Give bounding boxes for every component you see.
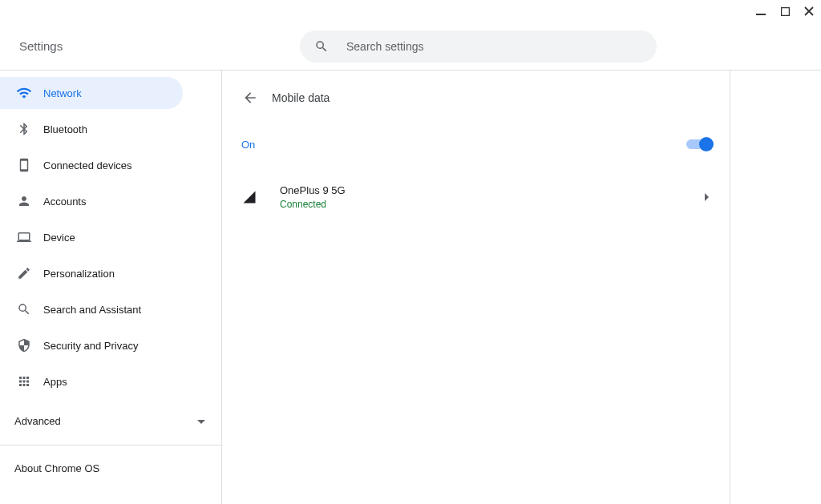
sidebar-item-connected-devices[interactable]: Connected devices <box>0 149 183 181</box>
bluetooth-icon <box>16 121 32 137</box>
sidebar-item-apps[interactable]: Apps <box>0 365 183 397</box>
sidebar-item-label: Personalization <box>43 268 115 280</box>
close-icon[interactable] <box>802 4 816 18</box>
sidebar-item-search-assistant[interactable]: Search and Assistant <box>0 293 183 325</box>
device-name: OnePlus 9 5G <box>280 184 704 196</box>
sidebar: Network Bluetooth Connected devices Acco… <box>0 71 222 504</box>
sidebar-item-label: Security and Privacy <box>43 340 139 352</box>
window-controls <box>0 0 821 22</box>
toggle-state-label: On <box>241 139 255 151</box>
main-layout: Network Bluetooth Connected devices Acco… <box>0 71 821 504</box>
laptop-icon <box>16 229 32 245</box>
sidebar-item-label: Accounts <box>43 196 86 208</box>
sidebar-advanced[interactable]: Advanced <box>0 401 221 440</box>
minimize-icon[interactable] <box>754 4 768 18</box>
wifi-icon <box>16 85 32 101</box>
sidebar-item-accounts[interactable]: Accounts <box>0 185 183 217</box>
sidebar-item-personalization[interactable]: Personalization <box>0 257 183 289</box>
about-label: About Chrome OS <box>14 462 99 474</box>
search-input[interactable] <box>346 40 642 53</box>
chevron-down-icon <box>197 415 205 427</box>
content-area: Mobile data On OnePlus 9 5G Connected <box>222 71 821 504</box>
person-icon <box>16 193 32 209</box>
advanced-label: Advanced <box>14 415 61 427</box>
svg-rect-0 <box>756 14 766 15</box>
shield-icon <box>16 337 32 353</box>
app-title: Settings <box>19 39 300 53</box>
mobile-data-toggle[interactable] <box>686 139 710 149</box>
chevron-right-icon <box>704 193 710 201</box>
mobile-data-toggle-row: On <box>222 130 730 159</box>
pencil-icon <box>16 265 32 281</box>
sidebar-item-network[interactable]: Network <box>0 77 183 109</box>
apps-icon <box>16 373 32 389</box>
network-device-row[interactable]: OnePlus 9 5G Connected <box>222 175 730 220</box>
device-text-block: OnePlus 9 5G Connected <box>280 184 704 210</box>
subpage-header: Mobile data <box>222 85 730 111</box>
search-icon <box>314 39 329 54</box>
sidebar-item-label: Network <box>43 87 82 99</box>
sidebar-item-label: Search and Assistant <box>43 304 141 316</box>
page-title: Mobile data <box>272 91 330 104</box>
sidebar-item-security[interactable]: Security and Privacy <box>0 329 183 361</box>
sidebar-item-label: Device <box>43 232 75 244</box>
phone-icon <box>16 157 32 173</box>
sidebar-divider <box>0 445 221 446</box>
back-arrow-icon[interactable] <box>241 89 259 107</box>
cellular-signal-icon <box>241 189 257 205</box>
svg-rect-1 <box>781 7 789 15</box>
sidebar-item-label: Connected devices <box>43 159 132 171</box>
sidebar-item-label: Apps <box>43 376 67 388</box>
sidebar-about[interactable]: About Chrome OS <box>0 450 221 486</box>
content-card: Mobile data On OnePlus 9 5G Connected <box>222 71 730 504</box>
sidebar-item-device[interactable]: Device <box>0 221 183 253</box>
sidebar-item-label: Bluetooth <box>43 123 87 135</box>
maximize-icon[interactable] <box>778 4 792 18</box>
app-header: Settings <box>0 22 821 71</box>
search-nav-icon <box>16 301 32 317</box>
sidebar-item-bluetooth[interactable]: Bluetooth <box>0 113 183 145</box>
search-field[interactable] <box>300 30 657 62</box>
device-status: Connected <box>280 199 704 210</box>
